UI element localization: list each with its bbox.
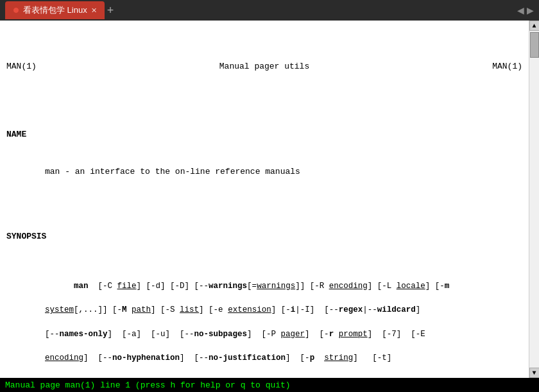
scroll-down-button[interactable]: ▼ — [529, 368, 540, 378]
name-section-label: NAME — [6, 129, 522, 141]
header-left: MAN(1) — [6, 61, 37, 73]
tab-man[interactable]: 看表情包学 Linux ✕ — [5, 1, 105, 19]
titlebar: 看表情包学 Linux ✕ + ◀ ▶ — [0, 0, 539, 21]
nav-left-icon[interactable]: ◀ — [517, 5, 524, 15]
new-tab-button[interactable]: + — [107, 4, 114, 17]
name-text: man - an interface to the on-line refere… — [6, 166, 522, 178]
tab-area: 看表情包学 Linux ✕ + — [5, 1, 517, 19]
close-icon[interactable]: ✕ — [91, 6, 97, 15]
nav-right-icon[interactable]: ▶ — [527, 5, 534, 15]
header-center: Manual pager utils — [219, 61, 309, 73]
synopsis-content: man [-C file] [-d] [-D] [--warnings[=war… — [6, 268, 522, 378]
scroll-up-button[interactable]: ▲ — [529, 21, 540, 31]
manual-header: MAN(1) Manual pager utils MAN(1) — [6, 61, 522, 73]
manual-content: MAN(1) Manual pager utils MAN(1) NAME ma… — [0, 21, 529, 378]
scrollbar-thumb[interactable] — [530, 32, 539, 58]
content-wrapper: MAN(1) Manual pager utils MAN(1) NAME ma… — [0, 21, 539, 378]
statusbar-text: Manual page man(1) line 1 (press h for h… — [5, 380, 291, 390]
tab-indicator — [13, 7, 19, 13]
synopsis-section-label: SYNOPSIS — [6, 231, 522, 243]
scrollbar[interactable]: ▲ ▼ — [529, 21, 539, 378]
statusbar: Manual page man(1) line 1 (press h for h… — [0, 378, 539, 392]
tab-label: 看表情包学 Linux — [23, 4, 87, 16]
scrollbar-track[interactable] — [529, 31, 539, 368]
nav-arrows: ◀ ▶ — [517, 5, 534, 15]
header-right: MAN(1) — [492, 61, 522, 73]
